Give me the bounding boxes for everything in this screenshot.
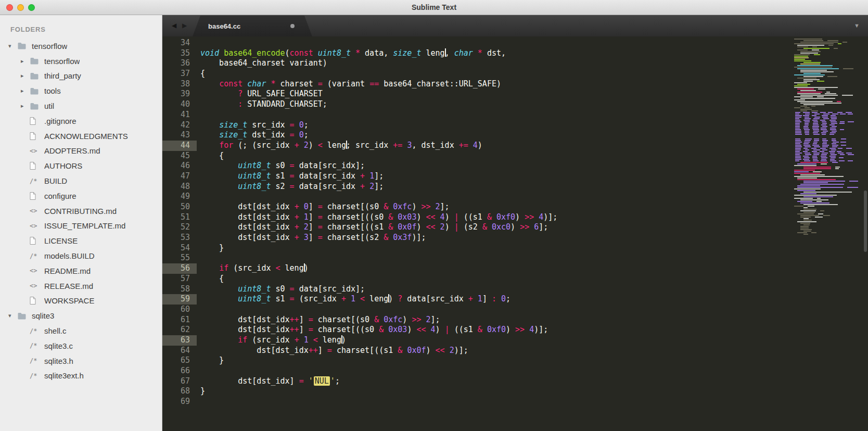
tree-file-AUTHORS[interactable]: AUTHORS [0, 158, 162, 173]
line-number[interactable]: 44 [162, 141, 197, 151]
line-number[interactable]: 59 [162, 294, 197, 305]
code-line-62[interactable]: dst[dst_idx++] = charset[((s0 & 0x03) <<… [200, 325, 868, 335]
tree-file-sqlite3.c[interactable]: /*sqlite3.c [0, 338, 162, 353]
tree-file-ADOPTERS.md[interactable]: <>ADOPTERS.md [0, 144, 162, 159]
line-number[interactable]: 61 [162, 315, 197, 325]
code-line-49[interactable] [200, 192, 868, 202]
line-number[interactable]: 50 [162, 202, 197, 212]
code-line-63[interactable]: if (src_idx + 1 < leng) [200, 335, 868, 346]
titlebar[interactable]: Sublime Text [0, 0, 868, 15]
close-button[interactable] [6, 4, 13, 11]
chevron-right-icon[interactable]: ▸ [21, 87, 30, 94]
code-line-36[interactable]: base64_charset variant) [200, 58, 868, 69]
code-area[interactable]: void base64_encode(const uint8_t * data,… [197, 36, 868, 431]
line-number[interactable]: 55 [162, 253, 197, 263]
tree-file-.gitignore[interactable]: .gitignore [0, 113, 162, 129]
tree-file-ISSUE_TEMPLATE.md[interactable]: <>ISSUE_TEMPLATE.md [0, 219, 162, 234]
code-line-59[interactable]: uint8_t s1 = (src_idx + 1 < leng) ? data… [200, 294, 868, 305]
line-number[interactable]: 64 [162, 346, 197, 356]
line-number[interactable]: 51 [162, 212, 197, 223]
code-line-44[interactable]: for (; (src_idx + 2) < leng; src_idx += … [200, 141, 868, 151]
code-line-56[interactable]: if (src_idx < leng) [200, 263, 868, 274]
code-line-47[interactable]: uint8_t s1 = data[src_idx + 1]; [200, 171, 868, 182]
line-number[interactable]: 67 [162, 376, 197, 387]
line-number[interactable]: 63 [162, 335, 197, 346]
chevron-right-icon[interactable]: ▸ [21, 103, 30, 109]
line-number[interactable]: 34 [162, 38, 197, 48]
tree-file-configure[interactable]: configure [0, 188, 162, 204]
line-number[interactable]: 66 [162, 366, 197, 376]
tree-file-README.md[interactable]: <>README.md [0, 263, 162, 278]
tree-file-RELEASE.md[interactable]: <>RELEASE.md [0, 278, 162, 294]
line-number[interactable]: 69 [162, 397, 197, 407]
tree-file-models.BUILD[interactable]: /*models.BUILD [0, 248, 162, 263]
nav-back-icon[interactable]: ◀ [172, 22, 176, 29]
tree-file-shell.c[interactable]: /*shell.c [0, 323, 162, 338]
line-number[interactable]: 40 [162, 99, 197, 110]
line-number[interactable]: 35 [162, 48, 197, 59]
line-number[interactable]: 41 [162, 110, 197, 120]
tree-folder-third_party[interactable]: ▸third_party [0, 69, 162, 84]
code-line-42[interactable]: size_t src_idx = 0; [200, 120, 868, 131]
code-line-64[interactable]: dst[dst_idx++] = charset[((s1 & 0x0f) <<… [200, 346, 868, 356]
nav-forward-icon[interactable]: ▶ [182, 22, 187, 29]
tree-file-CONTRIBUTING.md[interactable]: <>CONTRIBUTING.md [0, 204, 162, 219]
tree-folder-tensorflow[interactable]: ▸tensorflow [0, 54, 162, 69]
line-number[interactable]: 47 [162, 171, 197, 182]
code-line-39[interactable]: ? URL_SAFE_CHARSET [200, 89, 868, 99]
scrollbar-thumb[interactable] [864, 191, 867, 252]
code-line-65[interactable]: } [200, 356, 868, 366]
tree-file-sqlite3ext.h[interactable]: /*sqlite3ext.h [0, 369, 162, 384]
code-line-35[interactable]: void base64_encode(const uint8_t * data,… [200, 48, 868, 59]
code-line-52[interactable]: dst[dst_idx + 2] = charset[((s1 & 0x0f) … [200, 222, 868, 233]
line-number[interactable]: 53 [162, 233, 197, 243]
minimap[interactable] [792, 39, 860, 235]
code-line-38[interactable]: const char * charset = (variant == base6… [200, 79, 868, 90]
line-number[interactable]: 65 [162, 356, 197, 366]
code-line-53[interactable]: dst[dst_idx + 3] = charset[(s2 & 0x3f)]; [200, 233, 868, 243]
tree-file-sqlite3.h[interactable]: /*sqlite3.h [0, 353, 162, 369]
code-line-68[interactable]: } [200, 386, 868, 397]
code-line-34[interactable] [200, 38, 868, 48]
line-number[interactable]: 56 [162, 263, 197, 274]
chevron-down-icon[interactable]: ▾ [8, 43, 17, 49]
line-number[interactable]: 54 [162, 243, 197, 253]
line-number[interactable]: 43 [162, 130, 197, 141]
code-line-61[interactable]: dst[dst_idx++] = charset[(s0 & 0xfc) >> … [200, 315, 868, 325]
code-line-55[interactable] [200, 253, 868, 263]
line-number[interactable]: 68 [162, 386, 197, 397]
line-number[interactable]: 57 [162, 274, 197, 284]
code-line-43[interactable]: size_t dst_idx = 0; [200, 130, 868, 141]
line-number[interactable]: 39 [162, 89, 197, 99]
code-line-60[interactable] [200, 305, 868, 315]
code-line-69[interactable] [200, 397, 868, 407]
scrollbar[interactable] [863, 36, 868, 431]
line-number[interactable]: 48 [162, 182, 197, 192]
tree-file-WORKSPACE[interactable]: WORKSPACE [0, 294, 162, 309]
code-line-40[interactable]: : STANDARD_CHARSET; [200, 99, 868, 110]
minimize-button[interactable] [17, 4, 24, 11]
line-number[interactable]: 36 [162, 58, 197, 69]
tree-folder-util[interactable]: ▸util [0, 98, 162, 113]
code-line-57[interactable]: { [200, 274, 868, 284]
code-line-58[interactable]: uint8_t s0 = data[src_idx]; [200, 284, 868, 295]
chevron-right-icon[interactable]: ▸ [21, 58, 30, 65]
tree-folder-tools[interactable]: ▸tools [0, 83, 162, 98]
chevron-right-icon[interactable]: ▸ [21, 72, 30, 79]
code-line-50[interactable]: dst[dst_idx + 0] = charset[(s0 & 0xfc) >… [200, 202, 868, 212]
line-number[interactable]: 38 [162, 79, 197, 90]
tree-folder-tensorflow[interactable]: ▾tensorflow [0, 39, 162, 54]
code-line-51[interactable]: dst[dst_idx + 1] = charset[((s0 & 0x03) … [200, 212, 868, 223]
tree-folder-sqlite3[interactable]: ▾sqlite3 [0, 308, 162, 323]
code-line-54[interactable]: } [200, 243, 868, 253]
tree-file-ACKNOWLEDGMENTS[interactable]: ACKNOWLEDGMENTS [0, 129, 162, 144]
line-number[interactable]: 62 [162, 325, 197, 335]
zoom-button[interactable] [28, 4, 35, 11]
line-number[interactable]: 46 [162, 161, 197, 171]
code-line-45[interactable]: { [200, 151, 868, 161]
code-line-67[interactable]: dst[dst_idx] = 'NUL'; [200, 376, 868, 387]
code-line-48[interactable]: uint8_t s2 = data[src_idx + 2]; [200, 182, 868, 192]
line-number[interactable]: 37 [162, 69, 197, 79]
line-number[interactable]: 60 [162, 305, 197, 315]
tree-file-LICENSE[interactable]: LICENSE [0, 233, 162, 248]
